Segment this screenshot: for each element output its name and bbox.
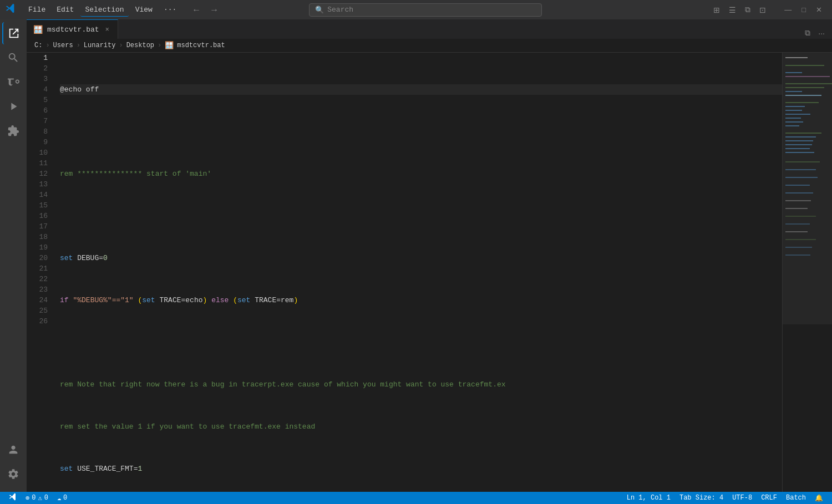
svg-rect-22 xyxy=(785,152,814,153)
split-editor-button[interactable]: ⧉ xyxy=(742,4,753,16)
notification-icon: 🔔 xyxy=(815,494,823,502)
breadcrumb-file[interactable]: msdtcvtr.bat xyxy=(177,42,225,49)
line-num-22: 22 xyxy=(38,274,48,284)
svg-rect-27 xyxy=(785,192,813,194)
status-vscode[interactable] xyxy=(4,492,21,504)
line-num-7: 7 xyxy=(38,116,48,126)
status-errors[interactable]: ⊗ 0 ⚠ 0 xyxy=(21,492,53,504)
minimap[interactable] xyxy=(782,53,832,492)
activity-explorer[interactable] xyxy=(2,22,24,44)
code-editor[interactable]: 1 2 3 4 5 6 7 8 9 10 11 12 13 14 15 16 1 xyxy=(27,53,782,492)
warning-icon: ⚠ xyxy=(38,494,42,502)
breadcrumb-lunarity[interactable]: Lunarity xyxy=(84,42,116,49)
position-text: Ln 1, Col 1 xyxy=(627,494,671,502)
line-num-14: 14 xyxy=(38,190,48,200)
menu-selection[interactable]: Selection xyxy=(80,3,128,17)
svg-rect-25 xyxy=(785,177,818,178)
toggle-sidebar-button[interactable]: ⊞ xyxy=(711,4,723,16)
minimize-button[interactable]: — xyxy=(780,4,796,15)
close-button[interactable]: ✕ xyxy=(811,4,826,15)
line-num-1: 1 xyxy=(38,53,48,63)
line-num-5: 5 xyxy=(38,95,48,105)
customize-layout-button[interactable]: ⊡ xyxy=(757,4,769,16)
search-icon: 🔍 xyxy=(315,6,324,14)
line-num-19: 19 xyxy=(38,242,48,253)
warning-count: 0 xyxy=(44,494,48,502)
svg-rect-5 xyxy=(785,76,830,77)
code-line-3: rem *************** start of 'main' xyxy=(60,169,782,179)
more-actions-button[interactable]: ··· xyxy=(815,28,828,39)
code-line-2 xyxy=(60,126,782,137)
activity-run-debug[interactable] xyxy=(2,95,24,118)
titlebar: File Edit Selection View ··· ← → 🔍 Searc… xyxy=(0,0,832,19)
line-num-4: 4 xyxy=(38,84,48,95)
svg-rect-12 xyxy=(785,110,802,111)
activity-search[interactable] xyxy=(2,47,24,69)
activity-extensions[interactable] xyxy=(2,120,24,142)
line-num-9: 9 xyxy=(38,137,48,147)
maximize-button[interactable]: □ xyxy=(797,4,810,15)
line-num-21: 21 xyxy=(38,263,48,274)
status-bar: ⊗ 0 ⚠ 0 ☁ 0 Ln 1, Col 1 Tab Size: 4 UTF-… xyxy=(0,492,832,504)
remote-count: 0 xyxy=(63,494,67,502)
svg-rect-33 xyxy=(785,239,816,240)
activity-bar xyxy=(0,19,27,492)
breadcrumb-drive[interactable]: C: xyxy=(34,42,42,49)
main-layout: 🪟 msdtcvtr.bat × ⧉ ··· C: › Users › Luna… xyxy=(0,19,832,492)
tab-close-button[interactable]: × xyxy=(104,25,111,34)
nav-back-button[interactable]: ← xyxy=(189,4,204,16)
search-placeholder: Search xyxy=(327,6,353,14)
line-num-25: 25 xyxy=(38,306,48,316)
menu-file[interactable]: File xyxy=(24,3,50,17)
code-line-1: @echo off xyxy=(60,84,782,95)
error-count: 0 xyxy=(32,494,35,502)
svg-rect-14 xyxy=(785,118,801,119)
code-line-5: set DEBUG=0 xyxy=(60,253,782,263)
menu-more[interactable]: ··· xyxy=(159,3,181,17)
split-editor-right-button[interactable]: ⧉ xyxy=(802,27,813,39)
svg-rect-20 xyxy=(785,144,812,145)
line-ending-text: CRLF xyxy=(761,494,777,502)
code-content[interactable]: @echo off rem *************** start of '… xyxy=(54,53,782,492)
line-num-10: 10 xyxy=(38,147,48,158)
line-num-11: 11 xyxy=(38,158,48,169)
menu-edit[interactable]: Edit xyxy=(52,3,78,17)
svg-rect-15 xyxy=(785,121,803,123)
breadcrumb: C: › Users › Lunarity › Desktop › 🪟 msdt… xyxy=(27,39,832,53)
menu-view[interactable]: View xyxy=(131,3,157,17)
breadcrumb-desktop[interactable]: Desktop xyxy=(126,42,154,49)
minimap-canvas xyxy=(783,53,832,441)
svg-rect-17 xyxy=(785,133,821,134)
titlebar-actions: ⊞ ☰ ⧉ ⊡ xyxy=(711,4,769,16)
language-text: Batch xyxy=(786,494,806,502)
remote-icon: ☁ xyxy=(57,494,61,502)
status-language[interactable]: Batch xyxy=(782,492,810,504)
svg-rect-35 xyxy=(785,254,810,256)
status-notifications[interactable]: 🔔 xyxy=(810,492,828,504)
tab-size-text: Tab Size: 4 xyxy=(679,494,723,502)
status-encoding[interactable]: UTF-8 xyxy=(728,492,757,504)
file-icon: 🪟 xyxy=(33,25,43,34)
activity-account[interactable] xyxy=(2,439,24,461)
status-line-ending[interactable]: CRLF xyxy=(757,492,782,504)
svg-rect-2 xyxy=(785,57,808,58)
breadcrumb-file-icon: 🪟 xyxy=(165,41,174,50)
status-remote[interactable]: ☁ 0 xyxy=(53,492,72,504)
menu-bar: File Edit Selection View ··· xyxy=(24,3,181,17)
status-position[interactable]: Ln 1, Col 1 xyxy=(622,492,675,504)
window-controls: — □ ✕ xyxy=(780,4,826,15)
tab-msdtcvtr[interactable]: 🪟 msdtcvtr.bat × xyxy=(27,19,118,39)
search-bar[interactable]: 🔍 Search xyxy=(309,3,542,17)
svg-rect-9 xyxy=(785,95,821,96)
activity-bottom xyxy=(2,439,24,492)
line-num-12: 12 xyxy=(38,169,48,179)
status-tab-size[interactable]: Tab Size: 4 xyxy=(675,492,728,504)
vscode-logo xyxy=(6,3,16,16)
breadcrumb-users[interactable]: Users xyxy=(53,42,73,49)
line-num-17: 17 xyxy=(38,221,48,232)
activity-settings[interactable] xyxy=(2,463,24,485)
nav-forward-button[interactable]: → xyxy=(206,4,222,16)
line-num-8: 8 xyxy=(38,126,48,137)
toggle-panel-button[interactable]: ☰ xyxy=(726,4,739,16)
activity-source-control[interactable] xyxy=(2,71,24,93)
